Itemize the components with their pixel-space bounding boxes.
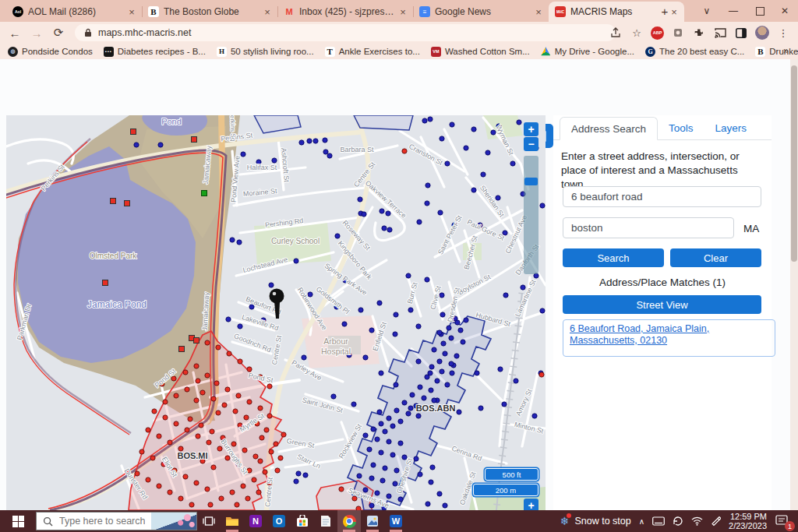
map-point-red[interactable] xyxy=(205,373,210,378)
map-point-blue[interactable] xyxy=(540,203,545,208)
map-point-blue[interactable] xyxy=(398,497,403,502)
photos-button[interactable] xyxy=(361,510,384,532)
map-point-red[interactable] xyxy=(178,496,183,501)
map-point-blue[interactable] xyxy=(425,375,429,379)
map-point-blue[interactable] xyxy=(134,143,139,147)
map-point-blue[interactable] xyxy=(408,406,413,410)
onenote-button[interactable]: N xyxy=(244,510,267,532)
map-point-blue[interactable] xyxy=(425,201,429,206)
map-point-blue[interactable] xyxy=(296,471,301,476)
tab-tools[interactable]: Tools xyxy=(658,117,704,139)
map-point-blue[interactable] xyxy=(445,382,450,387)
zoom-in-button[interactable]: + xyxy=(524,122,538,136)
map-point-red[interactable] xyxy=(252,477,256,482)
map-point-blue[interactable] xyxy=(313,139,318,143)
tab-close-icon[interactable]: × xyxy=(262,6,273,18)
map-point-blue[interactable] xyxy=(443,503,447,508)
map-point-red[interactable] xyxy=(183,474,188,479)
map-point-red[interactable] xyxy=(245,496,250,501)
map-point-blue[interactable] xyxy=(327,153,332,158)
map-point-red[interactable] xyxy=(219,496,224,501)
map-point-red[interactable] xyxy=(157,484,161,488)
map-point-blue[interactable] xyxy=(429,388,433,393)
weather-widget[interactable]: ❄ Snow to stop xyxy=(560,515,631,527)
map-point-red[interactable] xyxy=(269,449,274,454)
map-point-blue[interactable] xyxy=(323,138,327,143)
map-point-blue[interactable] xyxy=(437,330,442,335)
map-point-blue[interactable] xyxy=(299,140,304,145)
map-point-red[interactable] xyxy=(196,434,200,439)
forward-button[interactable]: → xyxy=(28,24,45,41)
map-point-blue[interactable] xyxy=(380,478,385,483)
map-point-blue[interactable] xyxy=(517,120,521,125)
map-point-blue[interactable] xyxy=(303,473,308,477)
map-point-blue[interactable] xyxy=(440,369,444,374)
map-point-blue[interactable] xyxy=(390,453,395,457)
map-point-red[interactable] xyxy=(258,406,263,410)
map-point-red[interactable] xyxy=(236,393,241,398)
map-point-blue[interactable] xyxy=(331,394,336,399)
browser-tab[interactable]: AolAOL Mail (8286)× xyxy=(6,2,142,22)
map-square-red[interactable] xyxy=(179,347,185,352)
map-point-blue[interactable] xyxy=(377,301,382,305)
map-point-red[interactable] xyxy=(210,429,214,434)
clipped-map-button[interactable]: + xyxy=(524,499,538,510)
page-scrollbar-thumb[interactable] xyxy=(791,65,797,262)
map-point-red[interactable] xyxy=(216,410,221,415)
bookmark-item[interactable]: GThe 20 best easy C... xyxy=(645,47,744,57)
map-point-red[interactable] xyxy=(242,448,247,453)
map-point-red[interactable] xyxy=(189,502,194,507)
map-point-blue[interactable] xyxy=(418,472,422,477)
map-point-blue[interactable] xyxy=(449,361,454,366)
map-point-blue[interactable] xyxy=(371,463,376,467)
street-view-button[interactable]: Street View xyxy=(563,295,761,314)
map-square-red[interactable] xyxy=(103,280,108,286)
map-point-blue[interactable] xyxy=(272,158,277,163)
browser-tab[interactable]: ≡Google News× xyxy=(413,2,549,22)
map-point-blue[interactable] xyxy=(416,414,421,418)
map-point-blue[interactable] xyxy=(414,456,418,461)
map-point-blue[interactable] xyxy=(369,328,374,333)
map-point-red[interactable] xyxy=(260,435,264,440)
map-point-blue[interactable] xyxy=(425,183,430,188)
word-button[interactable]: W xyxy=(384,510,408,532)
extensions-puzzle-icon[interactable] xyxy=(692,26,706,40)
bookmark-item[interactable]: My Drive - Google... xyxy=(541,47,634,57)
back-button[interactable]: ← xyxy=(6,24,23,41)
map-point-blue[interactable] xyxy=(454,354,459,358)
map-point-blue[interactable] xyxy=(342,322,347,326)
map-square-red[interactable] xyxy=(194,338,200,344)
map-point-red[interactable] xyxy=(267,414,272,418)
sync-icon[interactable] xyxy=(673,516,683,527)
map-point-blue[interactable] xyxy=(390,424,395,428)
map-point-blue[interactable] xyxy=(380,209,384,213)
map-point-blue[interactable] xyxy=(402,400,407,405)
map-point-blue[interactable] xyxy=(514,379,518,383)
map-square-green[interactable] xyxy=(202,191,207,196)
tab-close-icon[interactable]: × xyxy=(397,6,408,18)
map-point-blue[interactable] xyxy=(394,382,398,387)
map-point-blue[interactable] xyxy=(447,326,451,330)
map-point-red[interactable] xyxy=(152,409,157,414)
map-point-blue[interactable] xyxy=(379,450,383,455)
map-point-blue[interactable] xyxy=(269,283,274,287)
map-point-blue[interactable] xyxy=(428,117,433,122)
town-input[interactable] xyxy=(563,217,734,238)
map-point-blue[interactable] xyxy=(294,259,298,263)
side-panel-icon[interactable] xyxy=(734,26,748,40)
map-point-blue[interactable] xyxy=(394,468,399,473)
map-point-blue[interactable] xyxy=(416,359,421,364)
map-point-blue[interactable] xyxy=(367,447,372,452)
map-point-red[interactable] xyxy=(139,449,144,454)
tab-close-icon[interactable]: × xyxy=(126,6,137,18)
map-point-blue[interactable] xyxy=(408,308,413,312)
map-point-red[interactable] xyxy=(274,442,278,446)
task-view-button[interactable] xyxy=(197,510,221,532)
map-point-blue[interactable] xyxy=(383,429,387,434)
map-point-red[interactable] xyxy=(146,428,150,432)
tab-layers[interactable]: Layers xyxy=(704,117,758,139)
map-point-blue[interactable] xyxy=(363,433,368,438)
map-point-blue[interactable] xyxy=(357,474,362,478)
map-point-blue[interactable] xyxy=(226,317,231,322)
map-point-red[interactable] xyxy=(194,364,199,368)
